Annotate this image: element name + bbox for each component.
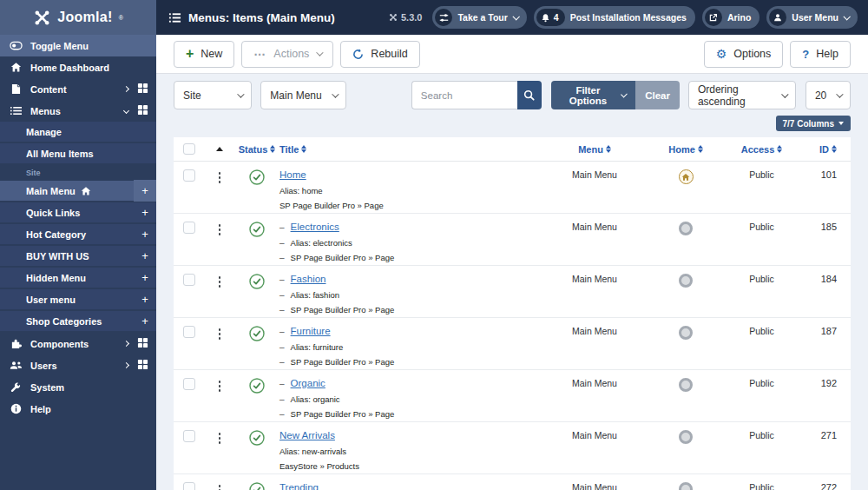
drag-handle-icon[interactable] [219, 328, 221, 340]
sidebar-item-content[interactable]: Content [0, 78, 156, 100]
row-checkbox[interactable] [183, 274, 195, 286]
sidebar-item-buy-with-us[interactable]: BUY WITH US+ [0, 246, 156, 268]
menu-items-table: Status Title Menu Home Access ID –Home –… [174, 137, 851, 490]
header-access[interactable]: Access [720, 144, 803, 155]
sidebar-toggle-menu[interactable]: Toggle Menu [0, 35, 156, 56]
add-menu-item-button[interactable]: + [134, 288, 156, 310]
joomla-logo[interactable]: Joomla!® [0, 0, 156, 35]
add-menu-item-button[interactable]: + [134, 245, 156, 267]
grid-icon[interactable] [137, 104, 148, 117]
limit-select[interactable]: 20 [806, 81, 851, 109]
drag-handle-icon[interactable] [219, 276, 221, 288]
sidebar-item-main-menu[interactable]: Main Menu + [0, 181, 156, 202]
header-menu[interactable]: Menu [538, 144, 651, 155]
home-default-icon[interactable] [679, 169, 694, 184]
actions-button[interactable]: ⋯ Actions [241, 41, 333, 68]
brand-wordmark: Joomla! [57, 10, 112, 25]
item-menu: Main Menu [538, 378, 651, 388]
columns-toggle-button[interactable]: 7/7 Columns [776, 116, 851, 131]
rebuild-label: Rebuild [371, 48, 407, 60]
preview-site-button[interactable]: Arino [702, 6, 760, 29]
help-button[interactable]: ? Help [790, 41, 851, 68]
clear-button[interactable]: Clear [635, 81, 680, 109]
rebuild-button[interactable]: Rebuild [340, 41, 419, 68]
item-id: 184 [803, 274, 851, 284]
chevron-down-icon [332, 90, 339, 97]
sidebar-item-hidden-menu[interactable]: Hidden Menu+ [0, 268, 156, 289]
sidebar-item-components[interactable]: Components [0, 333, 156, 354]
ordering-select[interactable]: Ordering ascending [688, 81, 796, 109]
drag-handle-icon[interactable] [219, 433, 221, 444]
status-published-icon[interactable] [249, 274, 265, 293]
menu-item-link[interactable]: New Arrivals [279, 430, 335, 441]
post-installation-messages-button[interactable]: 4 Post Installation Messages [534, 6, 695, 29]
header-id[interactable]: ID [803, 144, 851, 155]
add-menu-item-button[interactable]: + [134, 267, 156, 288]
status-published-icon[interactable] [249, 482, 265, 490]
menu-item-link[interactable]: Furniture [291, 326, 331, 337]
row-checkbox[interactable] [183, 430, 195, 442]
menu-item-link[interactable]: Fashion [291, 274, 326, 285]
add-menu-item-button[interactable]: + [134, 310, 156, 332]
grid-icon[interactable] [137, 337, 148, 350]
home-unset-icon[interactable] [679, 326, 693, 340]
status-published-icon[interactable] [249, 430, 265, 449]
options-button[interactable]: ⚙ Options [704, 41, 784, 68]
row-checkbox[interactable] [183, 222, 195, 234]
drag-handle-icon[interactable] [219, 485, 221, 490]
status-published-icon[interactable] [249, 222, 265, 241]
home-unset-icon[interactable] [679, 222, 693, 235]
sidebar-item-quick-links[interactable]: Quick Links+ [0, 202, 156, 224]
search-button[interactable] [517, 81, 542, 109]
header-home[interactable]: Home [651, 144, 720, 155]
add-menu-item-button[interactable]: + [134, 223, 156, 245]
sidebar-item-menus[interactable]: Menus [0, 100, 156, 122]
row-checkbox[interactable] [183, 482, 195, 490]
sidebar-item-all-menu-items[interactable]: All Menu Items [0, 143, 156, 165]
drag-handle-icon[interactable] [219, 172, 221, 183]
sidebar-item-shop-categories[interactable]: Shop Categories+ [0, 311, 156, 333]
new-button[interactable]: + New [174, 41, 234, 68]
site-select[interactable]: Site [174, 81, 252, 109]
sidebar-item-manage[interactable]: Manage [0, 122, 156, 143]
filter-options-button[interactable]: Filter Options [551, 81, 635, 109]
status-published-icon[interactable] [249, 169, 265, 189]
home-unset-icon[interactable] [679, 274, 693, 288]
grid-icon[interactable] [137, 83, 148, 96]
home-unset-icon[interactable] [679, 430, 693, 444]
sidebar-item-hot-category[interactable]: Hot Category+ [0, 224, 156, 246]
system-label: System [30, 382, 64, 393]
menu-item-link[interactable]: Electronics [291, 222, 339, 233]
select-all-checkbox[interactable] [183, 143, 195, 156]
take-a-tour-button[interactable]: Take a Tour [432, 6, 526, 29]
sidebar-item-home-dashboard[interactable]: Home Dashboard [0, 56, 156, 78]
header-status[interactable]: Status [234, 144, 279, 155]
user-menu-button[interactable]: User Menu [766, 6, 858, 29]
home-unset-icon[interactable] [679, 378, 693, 392]
home-unset-icon[interactable] [679, 482, 693, 490]
quick-links-label: Quick Links [26, 208, 80, 218]
menu-item-link[interactable]: Organic [291, 378, 326, 389]
menu-item-link[interactable]: Home [279, 169, 306, 181]
drag-handle-icon[interactable] [219, 381, 221, 392]
sidebar-item-system[interactable]: System [0, 376, 156, 398]
row-checkbox[interactable] [183, 326, 195, 338]
menu-item-link[interactable]: Trending [279, 482, 319, 490]
add-menu-item-button[interactable]: + [134, 180, 156, 202]
sidebar-item-users[interactable]: Users [0, 354, 156, 376]
search-input[interactable] [411, 81, 517, 109]
item-access: Public [720, 378, 803, 388]
ordering-sort-icon[interactable] [216, 147, 223, 151]
grid-icon[interactable] [137, 359, 148, 372]
user-menu-label: User Menu [792, 12, 838, 23]
sidebar-item-help[interactable]: Help [0, 398, 156, 420]
status-published-icon[interactable] [249, 378, 265, 397]
add-menu-item-button[interactable]: + [134, 202, 156, 223]
row-checkbox[interactable] [183, 169, 195, 182]
status-published-icon[interactable] [249, 326, 265, 345]
drag-handle-icon[interactable] [219, 224, 221, 235]
header-title[interactable]: Title [279, 144, 538, 155]
menu-select[interactable]: Main Menu [260, 81, 346, 109]
sidebar-item-user-menu[interactable]: User menu+ [0, 289, 156, 311]
row-checkbox[interactable] [183, 378, 195, 390]
